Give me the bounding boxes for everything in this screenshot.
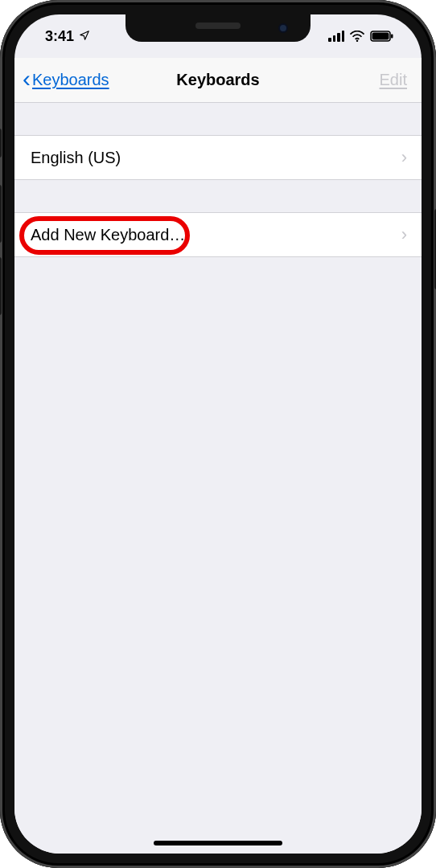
status-time: 3:41 [45, 28, 74, 45]
silent-switch [0, 129, 2, 158]
home-indicator[interactable] [154, 841, 282, 845]
volume-down-button [0, 257, 2, 315]
edit-button[interactable]: Edit [380, 58, 407, 102]
add-keyboard-group: Add New Keyboard… › [14, 212, 422, 257]
location-icon [79, 28, 90, 45]
back-label: Keyboards [32, 71, 109, 89]
speaker-grille [195, 23, 241, 29]
keyboards-group: English (US) › [14, 135, 422, 180]
add-new-keyboard-label: Add New Keyboard… [31, 226, 185, 244]
content-area: English (US) › Add New Keyboard… › [14, 103, 422, 854]
back-button[interactable]: ‹ Keyboards [23, 58, 109, 102]
front-camera [278, 23, 288, 33]
screen: 3:41 ‹ Keyboards Keyboards Edi [14, 14, 422, 854]
volume-up-button [0, 185, 2, 243]
wifi-icon [349, 31, 365, 42]
keyboard-row-english-us[interactable]: English (US) › [14, 135, 422, 180]
add-new-keyboard-row[interactable]: Add New Keyboard… › [14, 212, 422, 257]
notch [125, 14, 311, 42]
battery-icon [370, 31, 394, 42]
svg-point-0 [356, 40, 358, 42]
chevron-right-icon: › [401, 147, 407, 168]
status-right [328, 31, 399, 42]
svg-rect-3 [391, 35, 393, 39]
chevron-left-icon: ‹ [23, 67, 31, 91]
svg-rect-2 [372, 33, 389, 40]
status-left: 3:41 [37, 28, 90, 45]
navigation-bar: ‹ Keyboards Keyboards Edit [14, 58, 422, 103]
page-title: Keyboards [176, 71, 259, 89]
device-frame: 3:41 ‹ Keyboards Keyboards Edi [0, 0, 436, 868]
cellular-icon [328, 31, 344, 42]
keyboard-row-label: English (US) [31, 149, 121, 167]
chevron-right-icon: › [401, 224, 407, 245]
